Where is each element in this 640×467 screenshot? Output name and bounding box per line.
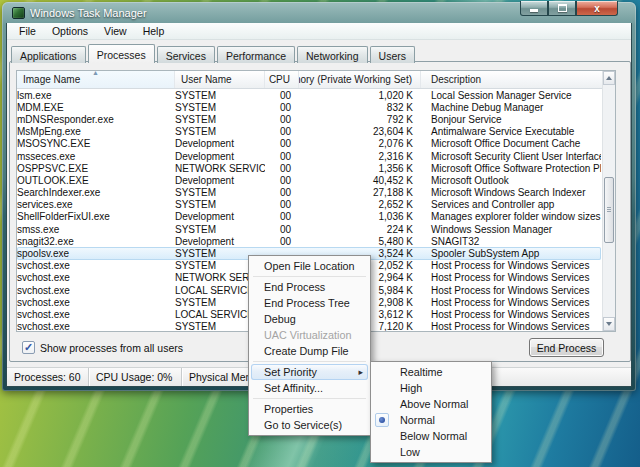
process-row-msosync-exe[interactable]: MSOSYNC.EXEDevelopment002,076 KMicrosoft… [17, 138, 601, 150]
tab-applications[interactable]: Applications [11, 46, 86, 63]
maximize-button[interactable] [548, 1, 576, 16]
set-priority-submenu: RealtimeHighAbove NormalNormalBelow Norm… [370, 361, 492, 463]
vertical-scrollbar[interactable] [602, 71, 615, 331]
process-row-msmpeng-exe[interactable]: MsMpEng.exeSYSTEM0023,604 KAntimalware S… [17, 126, 601, 138]
title-bar[interactable]: Windows Task Manager x [6, 2, 632, 23]
tab-strip: ApplicationsProcessesServicesPerformance… [11, 44, 417, 63]
menubar-item-options[interactable]: Options [44, 24, 96, 38]
tab-services[interactable]: Services [157, 46, 215, 63]
context-menu-item-set-priority[interactable]: Set Priority▸ [251, 364, 368, 380]
scroll-up-button[interactable] [603, 71, 615, 85]
scroll-down-icon [606, 322, 612, 326]
scroll-down-button[interactable] [603, 317, 615, 331]
menu-separator [253, 361, 366, 362]
priority-option-realtime[interactable]: Realtime [372, 364, 490, 380]
process-row-snagit32-exe[interactable]: snagit32.exeDevelopment005,480 KSNAGIT32 [17, 235, 601, 247]
tab-performance[interactable]: Performance [217, 46, 295, 63]
show-all-users-checkbox[interactable]: ✓ Show processes from all users [22, 341, 183, 354]
scrollbar-thumb[interactable] [604, 177, 614, 243]
maximize-icon [558, 4, 567, 12]
window-title: Windows Task Manager [30, 7, 147, 19]
tab-users[interactable]: Users [370, 46, 415, 63]
window-controls: x [520, 1, 618, 16]
checkbox-box[interactable]: ✓ [22, 341, 35, 354]
column-header-image-name[interactable]: ▲Image Name [17, 71, 175, 88]
context-menu-item-create-dump-file[interactable]: Create Dump File [250, 343, 369, 359]
submenu-arrow-icon: ▸ [358, 367, 363, 377]
priority-option-normal[interactable]: Normal [372, 412, 490, 428]
process-row-osppsvc-exe[interactable]: OSPPSVC.EXENETWORK SERVICE001,356 KMicro… [17, 162, 601, 174]
priority-option-below-normal[interactable]: Below Normal [372, 428, 490, 444]
context-menu-item-end-process[interactable]: End Process [250, 279, 369, 295]
scroll-up-icon [606, 76, 612, 80]
sort-ascending-icon: ▲ [92, 71, 99, 77]
column-header-user-name[interactable]: User Name [175, 71, 265, 88]
status-pane-processes-60: Processes: 60 [7, 368, 89, 386]
process-row-msseces-exe[interactable]: msseces.exeDevelopment002,316 KMicrosoft… [17, 150, 601, 162]
process-row-lsm-exe[interactable]: lsm.exeSYSTEM001,020 KLocal Session Mana… [17, 89, 601, 101]
end-process-button[interactable]: End Process [529, 338, 604, 357]
process-row-mdnsresponder-exe[interactable]: mDNSResponder.exeSYSTEM00792 KBonjour Se… [17, 113, 601, 125]
desktop-background: Windows Task Manager x FileOptionsViewHe… [0, 0, 640, 467]
process-row-searchindexer-exe[interactable]: SearchIndexer.exeSYSTEM0027,188 KMicroso… [17, 187, 601, 199]
close-button[interactable]: x [576, 1, 618, 16]
close-icon: x [594, 3, 600, 14]
menubar-item-file[interactable]: File [11, 24, 44, 38]
process-row-mdm-exe[interactable]: MDM.EXESYSTEM00832 KMachine Debug Manage… [17, 101, 601, 113]
context-menu-item-end-process-tree[interactable]: End Process Tree [250, 295, 369, 311]
priority-option-low[interactable]: Low [372, 444, 490, 460]
minimize-icon [530, 9, 538, 12]
status-pane-cpu-usage-0: CPU Usage: 0% [89, 368, 182, 386]
selected-radio-icon [375, 413, 389, 427]
task-manager-icon [12, 7, 25, 19]
process-context-menu: Open File LocationEnd ProcessEnd Process… [248, 255, 371, 436]
tab-networking[interactable]: Networking [297, 46, 368, 63]
menu-separator [253, 276, 366, 277]
column-header-memory-private-working-set[interactable]: Memory (Private Working Set) [299, 71, 421, 88]
priority-option-above-normal[interactable]: Above Normal [372, 396, 490, 412]
process-row-smss-exe[interactable]: smss.exeSYSTEM00224 KWindows Session Man… [17, 223, 601, 235]
column-header-description[interactable]: Description [421, 71, 615, 88]
menubar-item-help[interactable]: Help [135, 24, 173, 38]
column-header-cpu[interactable]: CPU [265, 71, 299, 88]
context-menu-item-debug[interactable]: Debug [250, 311, 369, 327]
process-row-services-exe[interactable]: services.exeSYSTEM002,652 KServices and … [17, 199, 601, 211]
process-row-outlook-exe[interactable]: OUTLOOK.EXEDevelopment0040,452 KMicrosof… [17, 174, 601, 186]
context-menu-item-uac-virtualization: UAC Virtualization [250, 327, 369, 343]
context-menu-item-set-affinity[interactable]: Set Affinity... [250, 380, 369, 396]
context-menu-item-open-file-location[interactable]: Open File Location [250, 258, 369, 274]
checkbox-label: Show processes from all users [40, 342, 183, 354]
minimize-button[interactable] [520, 1, 548, 16]
menu-bar: FileOptionsViewHelp [7, 23, 631, 40]
context-menu-item-properties[interactable]: Properties [250, 401, 369, 417]
tab-processes[interactable]: Processes [88, 44, 155, 63]
menu-separator [253, 398, 366, 399]
check-icon: ✓ [24, 342, 33, 353]
context-menu-item-go-to-service-s[interactable]: Go to Service(s) [250, 417, 369, 433]
priority-option-high[interactable]: High [372, 380, 490, 396]
process-row-shellfolderfixui-exe[interactable]: ShellFolderFixUI.exeDevelopment001,036 K… [17, 211, 601, 223]
list-header: ▲Image NameUser NameCPUMemory (Private W… [17, 71, 615, 89]
menubar-item-view[interactable]: View [96, 24, 135, 38]
